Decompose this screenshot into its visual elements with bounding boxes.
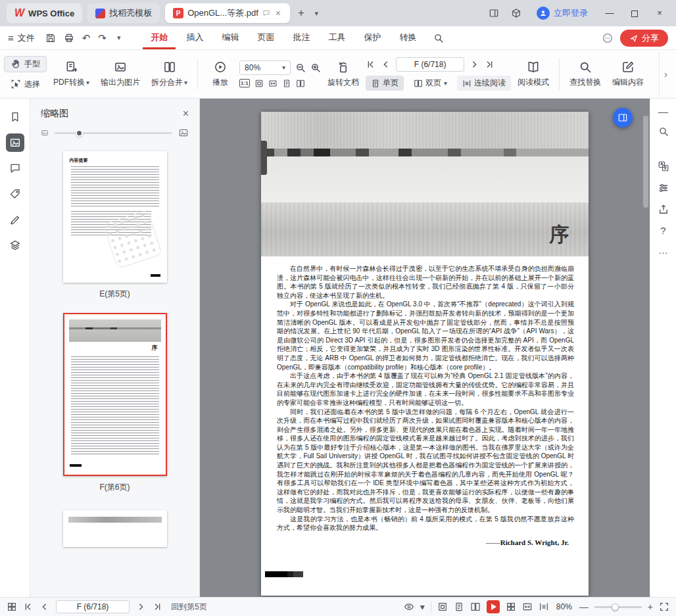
thumbnail-size-slider[interactable]: [55, 132, 172, 134]
statusbar-previous-page-icon[interactable]: [39, 602, 50, 612]
statusbar-last-page-icon[interactable]: [152, 602, 162, 612]
split-merge-button[interactable]: 拆分合并▾: [147, 58, 192, 91]
zoom-in-icon[interactable]: [310, 62, 321, 73]
zoom-out-icon[interactable]: [295, 62, 306, 73]
export-icon[interactable]: [658, 204, 669, 216]
zoom-select[interactable]: 80% ▾: [239, 60, 291, 75]
double-page-toggle[interactable]: 双页 ▾: [408, 76, 452, 91]
new-tab-button[interactable]: +: [295, 8, 306, 18]
document-viewer[interactable]: 序 在自然界中，有时候一片森林会长得过于茂密，以至于它的生态系统不堪承受自身的负…: [200, 99, 650, 597]
help-icon[interactable]: ?: [660, 225, 665, 235]
bookmarks-rail-button[interactable]: [6, 108, 24, 126]
tab-list-chevron-icon[interactable]: ▾: [312, 10, 322, 17]
zoom-slider-knob[interactable]: [612, 604, 619, 611]
first-page-icon[interactable]: [366, 59, 376, 70]
export-image-button[interactable]: 输出为图片: [96, 58, 145, 91]
minimize-button[interactable]: —: [600, 0, 619, 26]
fit-width-icon[interactable]: [268, 79, 278, 88]
tab-close-icon[interactable]: ×: [274, 8, 282, 18]
find-replace-button[interactable]: 查找替换: [565, 58, 606, 91]
search-icon[interactable]: [658, 126, 669, 137]
workspace-cube-icon[interactable]: [511, 8, 521, 18]
double-page-view-icon[interactable]: [470, 602, 481, 612]
hand-tool-button[interactable]: 手型: [4, 56, 47, 72]
thumbnails-rail-button[interactable]: [6, 133, 24, 152]
zoom-slider[interactable]: [594, 606, 642, 608]
tab-protect[interactable]: 保护: [356, 26, 389, 49]
read-mode-button[interactable]: 阅读模式: [513, 58, 554, 91]
more-icon[interactable]: …: [658, 245, 668, 255]
previous-page-icon[interactable]: [381, 59, 391, 70]
quick-access-chevron-icon[interactable]: ▾: [114, 34, 124, 41]
collapse-icon[interactable]: —: [658, 107, 668, 116]
comments-rail-button[interactable]: [6, 159, 24, 178]
tab-insert[interactable]: 插入: [178, 26, 211, 49]
fullscreen-icon[interactable]: [659, 602, 669, 612]
statusbar-next-page-icon[interactable]: [135, 602, 146, 612]
back-to-page-link[interactable]: 回到第5页: [171, 602, 207, 613]
signature-rail-button[interactable]: [6, 210, 24, 229]
share-button[interactable]: 分享: [620, 30, 668, 47]
rotate-document-button[interactable]: 旋转文档: [323, 58, 364, 91]
statusbar-page-input[interactable]: F (6/718): [56, 600, 130, 613]
fit-width-view-icon[interactable]: [522, 602, 533, 612]
continuous-reading-toggle[interactable]: 连续阅读: [457, 76, 511, 91]
layers-rail-button[interactable]: [6, 236, 24, 254]
thumbnail-grid-icon[interactable]: [7, 602, 17, 612]
wps-home-tab[interactable]: W WPS Office: [7, 3, 82, 23]
tab-edit[interactable]: 编辑: [214, 26, 247, 49]
zoom-minus-icon[interactable]: —: [579, 602, 589, 611]
slider-knob[interactable]: [76, 130, 83, 137]
panel-close-icon[interactable]: ×: [183, 108, 189, 119]
undo-icon[interactable]: ↶: [82, 33, 91, 43]
vertical-scrollbar[interactable]: [643, 101, 648, 594]
actual-size-icon[interactable]: 1:1: [239, 79, 250, 87]
assistant-icon[interactable]: [602, 32, 614, 44]
rotate-right-icon[interactable]: [296, 79, 305, 88]
slideshow-play-button[interactable]: [487, 600, 500, 613]
thumbnail-page-6-selected[interactable]: 序: [63, 313, 167, 476]
pdf-convert-button[interactable]: PDF转换▾: [49, 58, 94, 91]
fit-page-view-icon[interactable]: [437, 602, 448, 612]
view-mode-chevron-icon[interactable]: ▾: [420, 602, 425, 611]
save-icon[interactable]: [45, 33, 56, 43]
tab-convert[interactable]: 转换: [391, 26, 424, 49]
tab-tools[interactable]: 工具: [320, 26, 353, 49]
single-page-view-icon[interactable]: [454, 602, 464, 612]
login-button[interactable]: 立即登录: [537, 7, 588, 20]
floating-tool-button[interactable]: [613, 108, 633, 128]
multi-page-view-icon[interactable]: [506, 602, 516, 612]
maximize-button[interactable]: [625, 0, 644, 26]
continuous-view-icon[interactable]: [539, 602, 549, 612]
ribbon-search-icon[interactable]: [433, 33, 444, 43]
fit-page-icon[interactable]: [254, 79, 264, 88]
edit-content-button[interactable]: 编辑内容: [608, 58, 648, 91]
single-page-toggle[interactable]: 单页: [366, 76, 404, 91]
window-close-button[interactable]: ×: [650, 0, 669, 26]
redo-icon[interactable]: ↷: [98, 33, 107, 43]
document-tab[interactable]: P OpenGL...等茶.pdf ×: [165, 3, 290, 23]
split-window-icon[interactable]: [489, 8, 499, 18]
scrollbar-thumb[interactable]: [643, 116, 648, 208]
tab-home[interactable]: 开始: [143, 26, 176, 49]
last-page-icon[interactable]: [484, 59, 495, 70]
tags-rail-button[interactable]: [6, 185, 24, 203]
zoom-plus-icon[interactable]: +: [648, 602, 653, 611]
play-button[interactable]: 播放: [203, 58, 237, 91]
toolbar-expand-button[interactable]: ›: [659, 52, 672, 96]
select-tool-button[interactable]: 选择: [4, 76, 47, 93]
next-page-icon[interactable]: [469, 59, 479, 70]
thumbnail-page-7[interactable]: [63, 510, 167, 547]
tab-page[interactable]: 页面: [249, 26, 282, 49]
view-mode-eye-icon[interactable]: [404, 602, 414, 612]
thumbnail-page-5[interactable]: 内容提要: [63, 151, 167, 283]
page-number-input[interactable]: F (6/718): [396, 57, 464, 72]
print-icon[interactable]: [64, 33, 74, 43]
docer-template-tab[interactable]: 找稻壳模板: [87, 3, 160, 23]
file-menu-button[interactable]: ≡ 文件: [8, 32, 35, 44]
rotate-left-icon[interactable]: [282, 79, 291, 88]
translate-icon[interactable]: [658, 160, 669, 172]
statusbar-first-page-icon[interactable]: [23, 602, 34, 612]
adjust-settings-icon[interactable]: [658, 182, 669, 194]
tab-comment[interactable]: 批注: [285, 26, 318, 49]
